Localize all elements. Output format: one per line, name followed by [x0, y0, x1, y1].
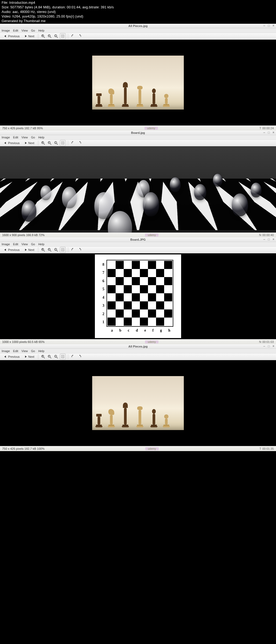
- menu-edit[interactable]: Edit: [13, 243, 18, 246]
- menu-go[interactable]: Go: [31, 243, 35, 246]
- menu-image[interactable]: Image: [2, 243, 10, 246]
- zoom-out-icon[interactable]: [47, 247, 52, 253]
- menu-go[interactable]: Go: [31, 136, 35, 139]
- svg-rect-7: [61, 35, 64, 38]
- menu-help[interactable]: Help: [38, 136, 44, 139]
- image-viewport: 87654321 abcdefgh: [0, 253, 276, 339]
- zoom-in-icon[interactable]: [40, 247, 46, 253]
- zoom-actual-icon[interactable]: 1: [53, 140, 59, 146]
- svg-line-3: [50, 37, 51, 38]
- next-button[interactable]: Next: [22, 355, 36, 359]
- previous-label: Previous: [8, 35, 20, 38]
- menu-image[interactable]: Image: [2, 136, 10, 139]
- rank-label: 1: [102, 320, 104, 324]
- window-maximize-button[interactable]: □: [268, 344, 270, 348]
- next-button[interactable]: Next: [22, 34, 36, 38]
- window-close-button[interactable]: ×: [272, 344, 274, 348]
- previous-button[interactable]: Previous: [2, 34, 21, 38]
- menu-edit[interactable]: Edit: [13, 349, 18, 353]
- menu-image[interactable]: Image: [2, 349, 10, 353]
- svg-text:1: 1: [55, 35, 56, 37]
- board-square: [140, 293, 148, 301]
- window-controls: – □ ×: [263, 24, 274, 28]
- window-minimize-button[interactable]: –: [263, 131, 265, 134]
- board-square: [108, 318, 116, 326]
- crystal-piece: [40, 185, 51, 200]
- chess-piece: [122, 82, 129, 107]
- zoom-actual-icon[interactable]: 1: [53, 33, 59, 39]
- toolbar-separator: [68, 34, 68, 39]
- rotate-right-icon[interactable]: [77, 247, 82, 253]
- window-close-button[interactable]: ×: [272, 237, 274, 241]
- menu-help[interactable]: Help: [38, 243, 44, 246]
- rotate-left-icon[interactable]: [70, 33, 76, 39]
- zoom-fit-icon[interactable]: [60, 140, 66, 146]
- window-close-button[interactable]: ×: [272, 131, 274, 134]
- menu-view[interactable]: View: [22, 29, 28, 32]
- rotate-right-icon[interactable]: [77, 140, 82, 146]
- chessboard-diagram: 87654321 abcdefgh: [95, 254, 181, 338]
- board-square: [124, 285, 132, 293]
- zoom-in-icon[interactable]: [40, 140, 46, 146]
- chess-piece: [108, 88, 115, 107]
- zoom-out-icon[interactable]: [47, 354, 52, 359]
- toolbar-separator: [68, 141, 68, 145]
- crystal-piece: [251, 183, 261, 197]
- menu-help[interactable]: Help: [38, 29, 44, 32]
- menu-edit[interactable]: Edit: [13, 29, 18, 32]
- menu-image[interactable]: Image: [2, 29, 10, 32]
- menu-view[interactable]: View: [22, 136, 28, 139]
- window-minimize-button[interactable]: –: [263, 237, 265, 241]
- zoom-fit-icon[interactable]: [60, 247, 66, 253]
- menu-go[interactable]: Go: [31, 29, 35, 32]
- rotate-left-icon[interactable]: [70, 247, 76, 253]
- rotate-left-icon[interactable]: [70, 354, 76, 359]
- rotate-left-icon[interactable]: [70, 140, 76, 146]
- board-square: [156, 261, 164, 269]
- window-controls: – □ ×: [263, 131, 274, 134]
- board-square: [148, 261, 156, 269]
- board-square: [132, 285, 140, 293]
- previous-button[interactable]: Previous: [2, 248, 21, 252]
- board-square: [164, 261, 172, 269]
- status-timestamp: T00:00:24: [259, 127, 274, 130]
- menu-view[interactable]: View: [22, 349, 28, 353]
- window-minimize-button[interactable]: –: [263, 24, 265, 28]
- rank-label: 4: [102, 295, 104, 300]
- board-square: [108, 277, 116, 285]
- window-maximize-button[interactable]: □: [268, 237, 270, 241]
- window-title: All Pieces.jpg: [128, 24, 148, 28]
- window-maximize-button[interactable]: □: [268, 131, 270, 134]
- zoom-out-icon[interactable]: [47, 33, 52, 39]
- menu-edit[interactable]: Edit: [13, 136, 18, 139]
- file-label: a: [111, 328, 113, 333]
- next-button[interactable]: Next: [22, 141, 36, 145]
- previous-button[interactable]: Previous: [2, 355, 21, 359]
- menu-help[interactable]: Help: [38, 349, 44, 353]
- file-label: b: [119, 328, 122, 333]
- window-close-button[interactable]: ×: [272, 24, 274, 28]
- toolbar: Previous Next 1: [0, 140, 276, 146]
- zoom-fit-icon[interactable]: [60, 33, 66, 39]
- chess-pieces-image: [92, 376, 184, 430]
- previous-button[interactable]: Previous: [2, 141, 21, 145]
- rotate-right-icon[interactable]: [77, 33, 82, 39]
- svg-line-5: [57, 37, 58, 38]
- board-square: [124, 309, 132, 318]
- file-labels: abcdefgh: [108, 328, 174, 333]
- rotate-right-icon[interactable]: [77, 354, 82, 359]
- next-button[interactable]: Next: [22, 248, 36, 252]
- zoom-fit-icon[interactable]: [60, 354, 66, 360]
- previous-label: Previous: [8, 355, 20, 358]
- window-minimize-button[interactable]: –: [263, 344, 265, 348]
- window-maximize-button[interactable]: □: [268, 24, 270, 28]
- title-bar: Board.jpg – □ ×: [0, 131, 276, 135]
- toolbar-separator: [38, 141, 38, 145]
- zoom-in-icon[interactable]: [40, 354, 46, 359]
- zoom-actual-icon[interactable]: 1: [53, 247, 59, 253]
- menu-view[interactable]: View: [22, 243, 28, 246]
- menu-go[interactable]: Go: [31, 349, 35, 353]
- zoom-actual-icon[interactable]: 1: [53, 354, 59, 359]
- zoom-in-icon[interactable]: [40, 33, 46, 39]
- zoom-out-icon[interactable]: [47, 140, 52, 146]
